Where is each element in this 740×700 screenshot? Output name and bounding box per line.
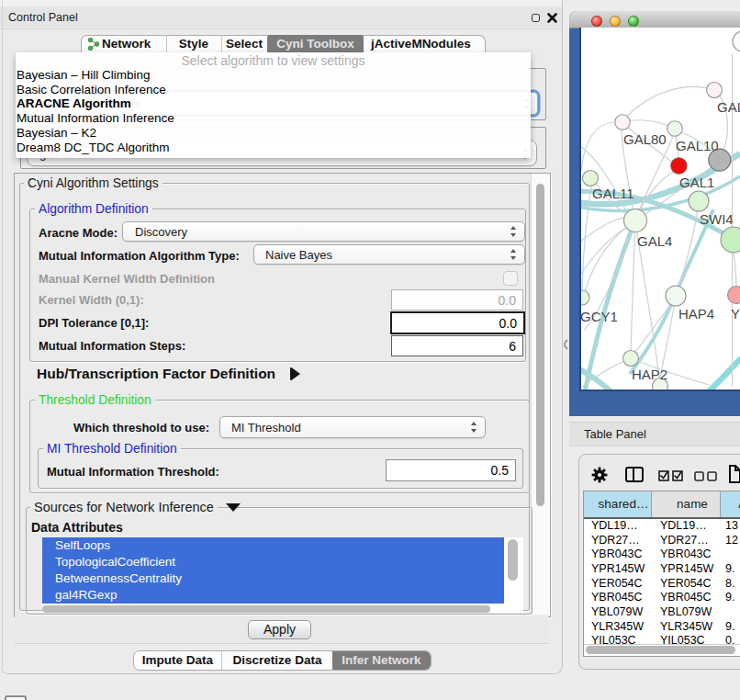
svg-text:GAL11: GAL11 — [592, 186, 634, 201]
svg-text:GAL2: GAL2 — [717, 99, 740, 115]
svg-text:GAL10: GAL10 — [676, 138, 719, 153]
svg-text:HAP4: HAP4 — [678, 306, 714, 322]
svg-text:HAP2: HAP2 — [632, 367, 667, 382]
svg-text:GAL80: GAL80 — [623, 131, 667, 147]
svg-text:SWI4: SWI4 — [700, 211, 734, 227]
svg-text:GCY1: GCY1 — [581, 309, 618, 324]
svg-text:Y: Y — [731, 306, 740, 322]
svg-text:GAL1: GAL1 — [679, 175, 714, 190]
svg-text:GAL4: GAL4 — [637, 233, 672, 249]
